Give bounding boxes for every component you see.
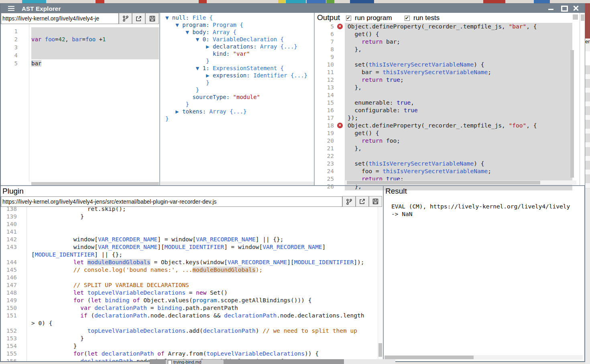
desktop-color-fragment [286,0,306,3]
line-number: 18 [315,122,336,129]
code-text: for (let binding of Object.values(progra… [31,297,382,304]
code-text: Object.defineProperty(_recorder_.tempfil… [345,23,572,30]
scrollbar-thumb[interactable] [347,181,540,184]
line-number: 145 [1,266,19,274]
plugin-pane-title: Plugin [2,187,24,196]
code-text [31,51,159,59]
code-line: 19 get() { [315,129,580,137]
git-branch-button[interactable] [119,13,132,24]
save-button[interactable] [369,196,382,207]
ast-node[interactable]: ▶ expression: Identifier {...} [165,72,318,79]
code-line: 154 } [1,342,382,350]
line-number: 5 [315,23,336,30]
source-url-input[interactable] [1,13,119,24]
close-button[interactable] [571,4,581,13]
ast-node[interactable]: } [165,115,318,122]
line-number: 8 [315,46,336,53]
code-text: set(thisIsVererySecretVariableName) { [345,61,572,69]
error-marker-slot [336,91,345,99]
ast-node[interactable]: } [165,101,318,108]
error-marker-slot [336,84,345,91]
save-button[interactable] [145,13,159,24]
output-vertical-scrollbar[interactable] [570,50,574,178]
code-text [345,152,572,160]
ast-node[interactable]: } [165,86,318,93]
ast-node[interactable]: sourceType: "module" [165,93,318,101]
screen: { "window": { "title": "AST Explorer", "… [0,0,590,364]
code-line: 11 bar = thisIsVererySecretVariableName; [315,69,580,76]
title-bar[interactable]: AST Explorer [1,4,584,13]
maximize-button[interactable] [559,4,569,13]
error-icon[interactable]: × [337,24,343,29]
hamburger-menu-icon[interactable] [8,6,14,7]
code-text [31,27,159,35]
code-text: get() { [345,129,572,137]
ast-node[interactable]: ▼ body: Array { [165,28,318,36]
ast-tree[interactable]: ▼ null: File {▼ program: Program {▼ body… [160,14,318,122]
error-marker-slot [336,114,345,122]
code-text: // SPLIT UP VARIABLE DECLARATIONS [31,281,382,289]
code-text: let moduleBoundGlobals = Object.keys(win… [31,259,382,266]
error-marker-slot [336,69,345,76]
result-horizontal-scrollbar[interactable] [385,355,583,360]
line-number: 17 [315,114,336,122]
desktop-color-fragment [326,0,334,3]
line-number: 151 [1,312,19,320]
code-line: 21 }, [315,145,580,152]
code-line: 7 return bar; [315,38,580,46]
ast-node[interactable]: ▼ program: Program { [165,21,318,28]
run-program-checkbox[interactable] [346,16,351,21]
ast-node[interactable]: } [165,57,318,65]
minimize-button[interactable] [546,4,556,13]
scrollbar-corner [573,14,578,20]
background-window-edge [585,3,590,38]
window-scrollbar[interactable] [580,13,585,185]
code-line: 139 } [1,213,382,220]
code-line: 5bar [1,59,159,67]
code-text: foo = thisIsVererySecretVariableName; [345,168,572,175]
code-line: 4 [1,51,159,59]
code-text: // console.log('bound names:', ...module… [31,266,382,274]
error-icon[interactable]: × [337,123,343,128]
output-horizontal-scrollbar[interactable] [345,180,576,185]
desktop-color-fragment [199,0,207,3]
scrollbar-thumb[interactable] [378,343,382,357]
ast-node[interactable]: ▼ null: File { [165,14,318,21]
code-text [31,43,159,51]
background-tab[interactable]: trying-bind.md [166,360,224,364]
line-number: 144 [1,259,19,266]
code-line: 17}); [315,114,580,122]
ast-node[interactable]: ▶ tokens: Array {...} [165,108,318,115]
git-branch-button[interactable] [342,196,356,207]
ast-node[interactable]: ▼ 0: VariableDeclaration { [165,36,318,43]
line-number: 146 [1,274,19,281]
plugin-url-input[interactable] [1,196,342,207]
line-number: 152 [1,327,19,335]
scrollbar-thumb[interactable] [385,356,474,359]
open-external-button[interactable] [132,13,145,24]
open-external-button[interactable] [356,196,369,207]
code-line: 9 [315,53,580,61]
background-row [585,51,590,65]
output-editor[interactable]: 5×Object.defineProperty(_recorder_.tempf… [315,23,580,190]
code-line: 3 [1,43,159,51]
line-number: 26 [315,183,336,190]
ast-node[interactable]: kind: "var" [165,50,318,57]
line-number: 143 [1,243,19,251]
plugin-vertical-scrollbar[interactable] [378,205,382,361]
error-marker-slot [336,175,345,183]
scrollbar-thumb[interactable] [581,14,584,21]
code-line: 13 }, [315,84,580,91]
run-tests-checkbox[interactable] [405,16,410,21]
gutter-divider [29,24,29,182]
ast-node[interactable]: ▼ 1: ExpressionStatement { [165,65,318,72]
code-line: > 0) { [1,320,382,327]
source-editor[interactable]: 12var foo=42, bar=foo +1345bar [1,27,159,67]
ast-node[interactable]: } [165,79,318,86]
ast-node[interactable]: ▶ declarations: Array {...} [165,43,318,50]
code-line: 140 [1,220,382,228]
code-text: enumerable: true, [345,99,572,107]
code-text: }, [345,145,572,152]
plugin-editor[interactable]: 138 ret.skip();139 }140141142 window[VAR… [1,205,382,361]
code-line: 147 // SPLIT UP VARIABLE DECLARATIONS [1,281,382,289]
